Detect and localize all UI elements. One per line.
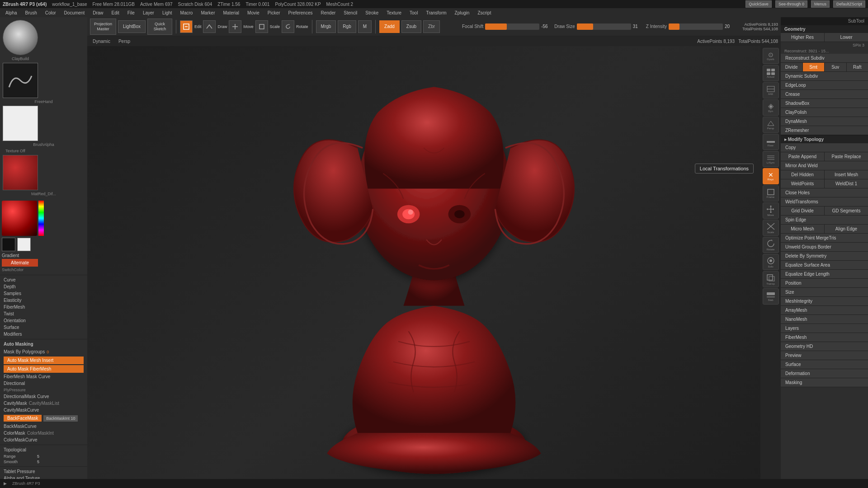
menu-layer[interactable]: Layer (139, 9, 158, 16)
zbr-button[interactable]: Zbr (423, 20, 440, 33)
dynamic-btn[interactable]: Dynamic (90, 38, 113, 45)
menu-edit[interactable]: Edit (108, 9, 123, 16)
preview-button[interactable]: Preview (781, 351, 868, 360)
tool-dynamic[interactable]: ◈ Dyn (763, 99, 779, 116)
menu-stroke[interactable]: Stroke (362, 9, 382, 16)
brush-thumb-claybuild[interactable] (3, 20, 38, 55)
menu-movie[interactable]: Movie (244, 9, 263, 16)
zadd-button[interactable]: Zadd (379, 20, 400, 33)
option-modifiers[interactable]: Modifiers (4, 331, 84, 338)
tool-gyrob[interactable]: ⊙ Gyorb (763, 48, 779, 64)
tool-xyz[interactable]: ✕ Rxyz (763, 168, 779, 184)
menu-alpha[interactable]: Alpha (2, 9, 21, 16)
fibermesh-button[interactable]: FiberMesh (781, 333, 868, 342)
auto-masking-title[interactable]: Auto Masking (4, 341, 84, 347)
tool-slab[interactable]: Slab (763, 288, 779, 305)
auto-mask-mesh-insert-button[interactable]: Auto Mask Mesh Insert (4, 357, 84, 364)
smt-button[interactable]: Smt (803, 63, 825, 71)
equalize-surface-button[interactable]: Equalize Surface Area (781, 261, 868, 270)
menu-file[interactable]: File (124, 9, 138, 16)
menu-macro[interactable]: Macro (177, 9, 197, 16)
auto-mask-fibermesh-button[interactable]: Auto Mask FiberMesh (4, 365, 84, 373)
raft-button[interactable]: Raft (847, 63, 868, 71)
divide-button[interactable]: Divide (781, 63, 803, 71)
hue-strip[interactable] (38, 201, 44, 236)
quicksave-button[interactable]: QuickSave (745, 0, 772, 8)
menus-button[interactable]: Menus (811, 0, 830, 8)
draw-button[interactable] (203, 20, 216, 33)
quick-sketch-button[interactable]: QuickSketch (147, 19, 172, 35)
optimize-point-button[interactable]: Optimize Point MergeTris (781, 234, 868, 243)
menu-marker[interactable]: Marker (197, 9, 218, 16)
weld-transforms-button[interactable]: WeldTransforms (781, 197, 868, 206)
color-mask-label[interactable]: ColorMask (4, 430, 25, 436)
menu-transform[interactable]: Transform (422, 9, 450, 16)
cavity-list[interactable]: CavityMaskList (29, 400, 59, 407)
zsub-button[interactable]: Zsub (401, 20, 421, 33)
lightbox-button[interactable]: LightBox (118, 20, 146, 33)
tool-rotate[interactable]: Rotate (763, 237, 779, 253)
crease-button[interactable]: Crease (781, 90, 868, 99)
layers-button[interactable]: Layers (781, 324, 868, 333)
projection-master-button[interactable]: ProjectionMaster (90, 19, 116, 35)
menu-tool[interactable]: Tool (406, 9, 421, 16)
mirror-weld-button[interactable]: Mirror And Weld (781, 161, 868, 170)
tool-actual[interactable]: Actual (763, 65, 779, 81)
default-script-button[interactable]: DefaultZScript (833, 0, 865, 8)
option-fibermesh[interactable]: FiberMesh (4, 304, 84, 310)
paste-replace-button[interactable]: Paste Replace (825, 152, 868, 161)
shadowbox-button[interactable]: ShadowBox (781, 99, 868, 108)
geometry-hd-button[interactable]: Geometry HD (781, 342, 868, 351)
tool-move[interactable]: Move (763, 202, 779, 219)
menu-preferences[interactable]: Preferences (285, 9, 316, 16)
menu-zplugin[interactable]: Zplugin (451, 9, 473, 16)
menu-document[interactable]: Document (61, 9, 89, 16)
option-depth[interactable]: Depth (4, 283, 84, 290)
tool-transp[interactable]: Transp (763, 271, 779, 287)
insert-mesh-button[interactable]: Insert Mesh (825, 170, 868, 179)
back-mask-int-btn[interactable]: BackMaskInt 10 (43, 415, 78, 422)
option-curve[interactable]: Curve (4, 277, 84, 283)
grid-divide-button[interactable]: Grid Divide (781, 206, 825, 215)
spin-edge-button[interactable]: Spin Edge (781, 216, 868, 225)
micro-mesh-button[interactable]: Micro Mesh (781, 225, 825, 233)
alternate-button[interactable]: Alternate (2, 259, 38, 267)
copy-button[interactable]: Copy (781, 143, 868, 152)
m-button[interactable]: M (358, 20, 372, 33)
paste-append-button[interactable]: Paste Append (781, 152, 825, 161)
canvas-area[interactable]: Local Transformations (87, 46, 781, 479)
suv-button[interactable]: Suv (825, 63, 847, 71)
tool-solo[interactable]: Solo (763, 254, 779, 270)
reconstruct-subdiv-button[interactable]: Reconstruct Subdiv (781, 54, 868, 63)
edit-button[interactable] (180, 20, 193, 33)
color-gradient[interactable] (2, 201, 37, 236)
directional-mask-curve[interactable]: DirectionalMask Curve (4, 393, 84, 400)
menu-draw[interactable]: Draw (89, 9, 107, 16)
weld-dist-button[interactable]: WeldDist 1 (825, 179, 868, 188)
directional-label[interactable]: Directional (4, 380, 84, 387)
fibermesh-mask-curve-label[interactable]: FiberMesh Mask Curve (4, 373, 84, 380)
rgb-button[interactable]: Rgb (338, 20, 356, 33)
menu-brush[interactable]: Brush (22, 9, 41, 16)
color-mask-int[interactable]: ColorMaskInt (27, 430, 54, 436)
mat-thumb-red[interactable] (3, 155, 38, 190)
swatch-white[interactable] (17, 238, 31, 251)
cavity-mask-label[interactable]: CavityMask (4, 400, 27, 407)
dynamic-subdiv-button[interactable]: Dynamic Subdiv (781, 72, 868, 81)
size-button[interactable]: Size (781, 288, 868, 297)
menu-zscript[interactable]: Zscript (474, 9, 495, 16)
see-through-button[interactable]: See-through 0 (775, 0, 807, 8)
edgeloop-button[interactable]: EdgeLoop (781, 81, 868, 90)
masking-button[interactable]: Masking (781, 378, 868, 387)
menu-color[interactable]: Color (42, 9, 60, 16)
tool-frame[interactable]: Frame (763, 185, 779, 202)
menu-light[interactable]: Light (159, 9, 176, 16)
brush-thumb-brushalpha[interactable] (3, 106, 38, 141)
menu-render[interactable]: Render (317, 9, 340, 16)
delete-symmetry-button[interactable]: Delete By Symmetry (781, 252, 868, 261)
tablet-pressure-label[interactable]: Tablet Pressure (4, 468, 84, 475)
backface-mask-button[interactable]: BackFaceMask (4, 415, 42, 422)
nanomesh-button[interactable]: NanoMesh (781, 315, 868, 324)
focal-shift-slider[interactable] (485, 23, 539, 30)
swatch-black[interactable] (2, 238, 15, 251)
